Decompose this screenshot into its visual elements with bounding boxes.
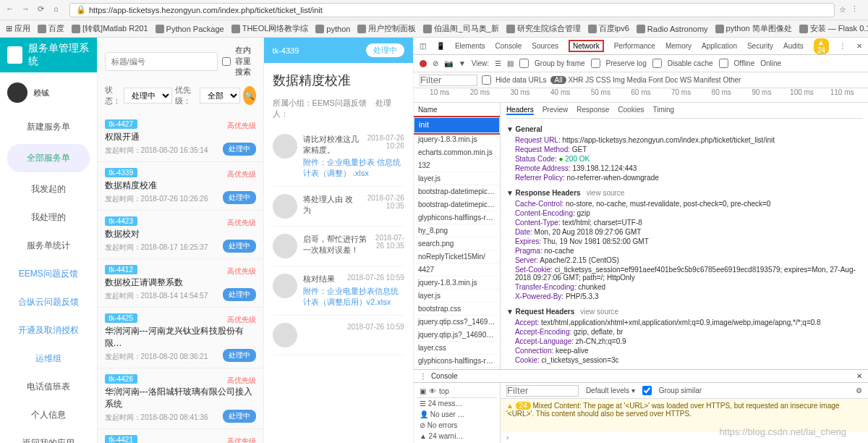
nav-item[interactable]: 返回我的应用: [0, 429, 97, 443]
view-large-icon[interactable]: ☰: [495, 59, 501, 67]
request-row[interactable]: search.png: [414, 237, 500, 250]
request-row[interactable]: init: [414, 117, 500, 133]
filter-type[interactable]: Img: [613, 76, 625, 84]
user-row[interactable]: 赖铖: [0, 72, 97, 113]
group-similar-checkbox[interactable]: [642, 386, 652, 395]
back-icon[interactable]: ←: [6, 4, 17, 16]
camera-icon[interactable]: 📷: [444, 59, 453, 67]
filter-type[interactable]: Doc: [665, 76, 678, 84]
general-section[interactable]: ▼ General: [506, 123, 862, 135]
name-column-header[interactable]: Name: [414, 103, 500, 117]
filter-type[interactable]: Font: [649, 76, 663, 84]
bookmark-item[interactable]: Radio Astronomy: [637, 25, 708, 33]
forward-icon[interactable]: →: [22, 4, 33, 16]
devtools-tab-console[interactable]: Console: [495, 42, 522, 50]
ticket-item[interactable]: tk-4423数据校对发起时间：2018-08-17 16:25:37高优先级处…: [98, 211, 263, 259]
request-row[interactable]: bootstrap.css: [414, 303, 500, 316]
devtools-tab-security[interactable]: Security: [747, 42, 773, 50]
request-row[interactable]: jquery-1.8.3.min.js: [414, 133, 500, 146]
record-icon[interactable]: [420, 60, 427, 67]
devtools-close-icon[interactable]: ✕: [856, 42, 862, 50]
attachment-link[interactable]: 附件：企业电量抄表信息统计表（调整后用）v2.xlsx: [303, 286, 404, 308]
bookmark-item[interactable]: 研究生院综合管理: [506, 23, 581, 34]
nav-item[interactable]: 合纵云问题反馈: [0, 288, 97, 316]
request-row[interactable]: jquery.qtip.js?_1469070983: [414, 329, 500, 342]
bookmark-item[interactable]: 用户控制面板: [357, 23, 416, 34]
request-row[interactable]: layer.js: [414, 290, 500, 303]
console-filter-item[interactable]: ☰ 24 mess…: [417, 398, 497, 409]
request-row[interactable]: glyphicons-halflings-regular.w: [414, 355, 500, 368]
nav-item[interactable]: 服务单统计: [0, 232, 97, 260]
ticket-item[interactable]: tk-4427权限开通发起时间：2018-08-20 16:35:14高优先级处…: [98, 114, 263, 162]
star-icon[interactable]: ☆: [839, 5, 846, 14]
nav-item[interactable]: 电话值班表: [0, 373, 97, 401]
filter-type[interactable]: JS: [585, 76, 594, 84]
offline-checkbox[interactable]: [719, 59, 728, 68]
request-row[interactable]: jquery.qtip.css?_1469070983: [414, 316, 500, 329]
context-select[interactable]: top: [439, 387, 449, 395]
filter-type[interactable]: Manifest: [694, 76, 721, 84]
apps-icon[interactable]: ⊞ 应用: [6, 23, 30, 34]
bookmark-item[interactable]: 百度: [38, 23, 64, 34]
ticket-item[interactable]: tk-4421权限关闭发起时间：2018-08-17 16:14:33高优先级处…: [98, 429, 263, 443]
headers-tab[interactable]: Cookies: [618, 106, 644, 115]
devtools-tab-audits[interactable]: Audits: [783, 42, 804, 50]
ticket-item[interactable]: tk-4412数据校正请调整系数发起时间：2018-08-14 14:54:57…: [98, 259, 263, 308]
console-drawer-toggle[interactable]: ⋮: [420, 372, 427, 380]
filter-type[interactable]: All: [550, 76, 566, 84]
request-row[interactable]: bootstrap-datetimepicker.js: [414, 185, 500, 198]
bookmark-item[interactable]: THEOL网络教学综: [231, 23, 309, 34]
devtools-tab-elements[interactable]: Elements: [455, 42, 485, 50]
group-frame-checkbox[interactable]: [519, 59, 529, 68]
home-icon[interactable]: ⌂: [54, 4, 65, 16]
request-headers-section[interactable]: ▼ Request Headersview source: [506, 305, 862, 318]
request-row[interactable]: layer.js: [414, 172, 500, 185]
request-row[interactable]: glyphicons-halflings-regular.w: [414, 211, 500, 224]
nav-item[interactable]: 开通及取消授权: [0, 316, 97, 345]
bookmark-item[interactable]: 伯温阁_司马奥_新: [423, 23, 498, 34]
reload-icon[interactable]: ⟳: [38, 4, 49, 16]
nav-item[interactable]: 运维组: [0, 345, 97, 373]
devtools-tab-network[interactable]: Network: [569, 40, 604, 52]
nav-item[interactable]: 新建服务单: [0, 113, 97, 141]
console-side-icon[interactable]: ▣: [420, 387, 426, 395]
eye-icon[interactable]: 👁: [429, 387, 436, 395]
detail-status-button[interactable]: 处理中: [366, 43, 404, 57]
bookmark-item[interactable]: python 简单图像处: [715, 23, 792, 34]
status-select[interactable]: 处理中: [124, 88, 172, 104]
attachment-link[interactable]: 附件：企业电量抄表 信息统计表（调整） .xlsx: [303, 157, 404, 179]
filter-type[interactable]: WS: [680, 76, 692, 84]
filter-type[interactable]: CSS: [596, 76, 611, 84]
request-row[interactable]: bootstrap-datetimepicker.zh-C: [414, 198, 500, 211]
preserve-log-checkbox[interactable]: [591, 59, 600, 68]
console-filter-item[interactable]: 👤 No user …: [417, 409, 497, 420]
devtools-tab-sources[interactable]: Sources: [532, 42, 558, 50]
warning-count[interactable]: ▲ 24: [814, 38, 829, 54]
nav-item[interactable]: 全部服务单: [7, 144, 90, 172]
headers-tab[interactable]: Timing: [652, 106, 674, 115]
ticket-item[interactable]: tk-4425华润河南---河南龙兴钛业科技股份有限…发起时间：2018-08-…: [98, 308, 263, 368]
console-filter-input[interactable]: [506, 385, 579, 397]
nav-item[interactable]: 我处理的: [0, 203, 97, 232]
filter-type[interactable]: XHR: [568, 76, 583, 84]
filter-icon[interactable]: ▼: [459, 59, 466, 67]
request-row[interactable]: hy_8.png: [414, 224, 500, 237]
bookmark-item[interactable]: python: [315, 25, 350, 33]
console-settings-icon[interactable]: ⚙: [856, 387, 862, 395]
request-row[interactable]: noReplyTicket15Min/: [414, 250, 500, 263]
response-headers-section[interactable]: ▼ Response Headersview source: [506, 187, 862, 199]
search-in-content-checkbox[interactable]: [222, 57, 231, 66]
bookmark-item[interactable]: 百度ipv6: [588, 23, 629, 34]
ticket-item[interactable]: tk-4426华润河南---洛阳城轩玻璃有限公司接入系统发起时间：2018-08…: [98, 368, 263, 429]
network-filter-input[interactable]: [420, 75, 477, 86]
search-input[interactable]: [105, 52, 218, 71]
headers-tab[interactable]: Preview: [542, 106, 569, 115]
headers-tab[interactable]: Response: [576, 106, 609, 115]
filter-type[interactable]: Other: [723, 76, 741, 84]
request-row[interactable]: echarts.common.min.js: [414, 146, 500, 159]
url-bar[interactable]: 🔒 https://app-ticketsys.hezongyun.com/in…: [69, 3, 835, 17]
device-icon[interactable]: 📱: [436, 42, 445, 50]
request-row[interactable]: 132: [414, 159, 500, 172]
console-filter-item[interactable]: ▲ 24 warni…: [417, 431, 497, 442]
headers-tab[interactable]: Headers: [506, 106, 534, 115]
